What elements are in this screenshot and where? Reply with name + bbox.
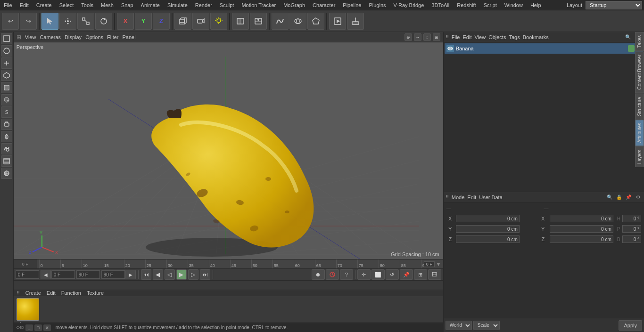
vp-menu-display[interactable]: Display [65, 34, 82, 40]
frame-prev-range[interactable]: ◀ [41, 270, 51, 279]
menu-select[interactable]: Select [56, 1, 78, 9]
om-content[interactable]: Banana [444, 42, 644, 192]
menu-create[interactable]: Create [33, 1, 56, 9]
menu-motion-tracker[interactable]: Motion Tracker [238, 1, 280, 9]
attr-z-rot[interactable] [550, 235, 613, 243]
attr-menu-mode[interactable]: Mode [452, 194, 465, 200]
scale-dropdown[interactable]: Scale [473, 321, 500, 330]
goto-start-button[interactable]: ⏮ [141, 269, 151, 280]
menu-simulate[interactable]: Simulate [164, 1, 191, 9]
nurbs-button[interactable] [289, 13, 306, 30]
floor-button[interactable] [347, 13, 364, 30]
goto-end-button[interactable]: ⏭ [200, 269, 210, 280]
attr-x-pos[interactable] [456, 215, 520, 222]
side-tab-takes[interactable]: Takes [635, 32, 644, 51]
timeline-help[interactable]: ? [340, 269, 353, 280]
timeline-select-box[interactable]: ⬜ [372, 269, 385, 280]
timeline-pin[interactable]: 📌 [400, 269, 413, 280]
side-tab-structure[interactable]: Structure [635, 94, 644, 120]
om-menu-objects[interactable]: Objects [488, 34, 506, 40]
lt-mode8[interactable] [1, 119, 12, 130]
lt-mode1[interactable] [1, 33, 12, 44]
viewport-content[interactable]: X Y Z Perspective Grid Spacing : 10 cm [14, 42, 443, 259]
status-window-min[interactable]: _ [25, 324, 33, 331]
mb-menu-create[interactable]: Create [25, 290, 41, 296]
lt-mode2[interactable] [1, 45, 12, 57]
world-dropdown[interactable]: World [446, 321, 472, 330]
attr-pin-icon[interactable]: 📌 [624, 193, 633, 202]
undo-button[interactable]: ↩ [2, 13, 19, 30]
lt-mode5[interactable] [1, 82, 12, 93]
om-menu-file[interactable]: File [452, 34, 460, 40]
menu-render[interactable]: Render [191, 1, 216, 9]
mb-menu-function[interactable]: Function [61, 290, 81, 296]
menu-edit[interactable]: Edit [16, 1, 33, 9]
prev-frame-button[interactable]: ◀ [153, 269, 163, 280]
prev-play-button[interactable]: ◁ [165, 269, 175, 280]
vp-ctrl-1[interactable]: ⊕ [405, 33, 412, 41]
attr-b-val[interactable] [622, 235, 641, 243]
lt-mode10[interactable] [1, 143, 12, 154]
status-window-restore[interactable]: □ [34, 324, 42, 331]
side-tab-content-browser[interactable]: Content Browser [635, 51, 644, 93]
om-menu-tags[interactable]: Tags [509, 34, 520, 40]
frame-start-display[interactable]: 0 F [16, 270, 39, 279]
apply-button[interactable]: Apply [619, 320, 642, 331]
attr-y-rot[interactable] [550, 225, 613, 233]
timeline-film[interactable]: 🎞 [428, 269, 441, 280]
menu-3dtoall[interactable]: 3DToAll [428, 1, 453, 9]
menu-redshift[interactable]: Redshift [453, 1, 479, 9]
menu-file[interactable]: File [0, 1, 16, 9]
menu-plugins[interactable]: Plugins [365, 1, 389, 9]
menu-window[interactable]: Window [501, 1, 527, 9]
vp-menu-view[interactable]: View [25, 34, 36, 40]
attr-h-val[interactable] [622, 215, 641, 222]
lt-mode7[interactable]: S [1, 106, 12, 118]
vp-menu-cameras[interactable]: Cameras [40, 34, 61, 40]
render-view-button[interactable] [329, 13, 346, 30]
lt-mode6[interactable] [1, 94, 12, 105]
z-axis-button[interactable]: Z [153, 13, 170, 30]
frame-next-range[interactable]: ▶ [125, 270, 136, 279]
attr-p-val[interactable] [622, 225, 641, 233]
menu-vray[interactable]: V-Ray Bridge [390, 1, 428, 9]
x-axis-button[interactable]: X [117, 13, 134, 30]
om-menu-edit[interactable]: Edit [463, 34, 472, 40]
menu-sculpt[interactable]: Sculpt [216, 1, 238, 9]
layout-select[interactable]: Startup [586, 1, 642, 9]
om-item-banana[interactable]: Banana [445, 43, 643, 54]
lt-mode12[interactable] [1, 168, 12, 179]
lt-mode3[interactable] [1, 57, 12, 69]
timeline-expand-btn[interactable]: ▼ [436, 261, 441, 267]
frame-current-display[interactable]: 0 F [51, 270, 75, 279]
select-tool-button[interactable] [41, 13, 58, 30]
menu-mograph[interactable]: MoGraph [280, 1, 309, 9]
mb-menu-edit[interactable]: Edit [47, 290, 56, 296]
lt-mode11[interactable] [1, 155, 12, 167]
attr-menu-userdata[interactable]: User Data [479, 194, 503, 200]
side-tab-layers[interactable]: Layers [635, 146, 644, 167]
scale-tool-button[interactable] [77, 13, 94, 30]
vp-menu-options[interactable]: Options [85, 34, 103, 40]
attr-search-icon[interactable]: 🔍 [605, 193, 614, 202]
y-axis-button[interactable]: Y [135, 13, 152, 30]
timeline-record[interactable]: ⏺ [312, 269, 325, 280]
lt-mode9[interactable] [1, 131, 12, 142]
menu-mesh[interactable]: Mesh [97, 1, 117, 9]
spline-button[interactable] [272, 13, 289, 30]
menu-snap[interactable]: Snap [117, 1, 137, 9]
om-menu-bookmarks[interactable]: Bookmarks [523, 34, 549, 40]
play-button[interactable]: ▶ [176, 269, 187, 280]
menu-help[interactable]: Help [527, 1, 545, 9]
animation-record-button[interactable] [232, 13, 249, 30]
polygon-button[interactable] [307, 13, 324, 30]
move-tool-button[interactable] [59, 13, 76, 30]
rotate-tool-button[interactable] [95, 13, 112, 30]
om-menu-view[interactable]: View [474, 34, 486, 40]
timeline-loop[interactable]: ↺ [386, 269, 399, 280]
keyframe-button[interactable] [250, 13, 267, 30]
vp-menu-panel[interactable]: Panel [123, 34, 136, 40]
attr-menu-edit[interactable]: Edit [467, 194, 476, 200]
timeline-grid[interactable]: ⊞ [414, 269, 427, 280]
mb-menu-texture[interactable]: Texture [87, 290, 104, 296]
